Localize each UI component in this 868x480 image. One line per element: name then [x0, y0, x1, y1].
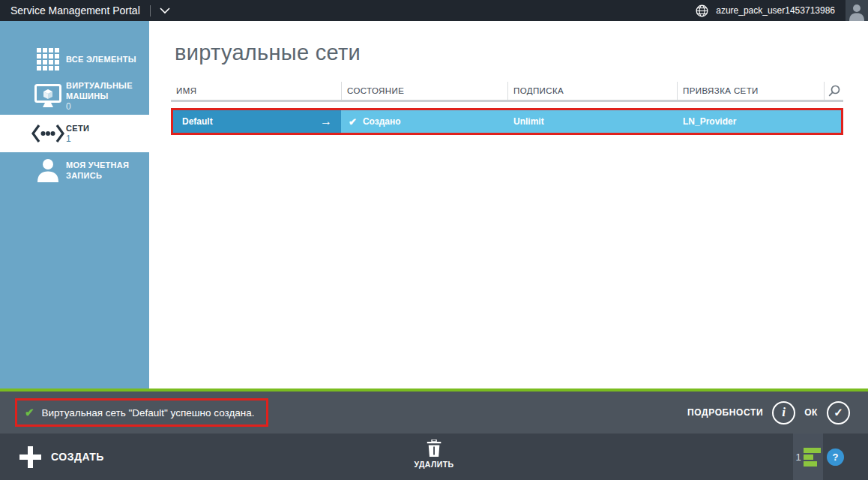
sidebar: ВСЕ ЭЛЕМЕНТЫ ВИРТУАЛЬНЫЕ МАШИНЫ 0	[0, 21, 149, 388]
sidebar-item-label: ВСЕ ЭЛЕМЕНТЫ	[66, 54, 136, 64]
notification-actions: ПОДРОБНОСТИ i ОК ✓	[687, 401, 850, 424]
success-check-icon: ✔	[25, 406, 34, 419]
portal-menu-chevron-icon[interactable]	[159, 7, 171, 14]
command-bar: СОЗДАТЬ УДАЛИТЬ 1 ?	[0, 434, 868, 480]
page-title: виртуальные сети	[175, 40, 361, 65]
column-header-subscription[interactable]: ПОДПИСКА	[507, 82, 677, 100]
cell-state: ✔ Создано	[341, 110, 507, 133]
table-header-row: ИМЯ СОСТОЯНИЕ ПОДПИСКА ПРИВЯЗКА СЕТИ	[171, 82, 843, 102]
column-header-state[interactable]: СОСТОЯНИЕ	[341, 82, 507, 100]
username[interactable]: azure_pack_user1453713986	[716, 5, 835, 16]
title-divider	[150, 5, 151, 16]
networks-table: ИМЯ СОСТОЯНИЕ ПОДПИСКА ПРИВЯЗКА СЕТИ Def…	[171, 82, 843, 135]
search-icon	[828, 85, 840, 97]
help-icon: ?	[833, 452, 839, 463]
column-header-name[interactable]: ИМЯ	[171, 82, 341, 100]
notification-message: Виртуальная сеть "Default" успешно созда…	[42, 407, 255, 418]
create-label: СОЗДАТЬ	[51, 451, 104, 463]
app-title: Service Management Portal	[0, 4, 140, 16]
sidebar-item-virtual-machines[interactable]: ВИРТУАЛЬНЫЕ МАШИНЫ 0	[0, 77, 149, 115]
cell-subscription: Unlimit	[507, 110, 677, 133]
sidebar-item-networks[interactable]: СЕТИ 1	[0, 115, 149, 152]
plus-icon	[19, 446, 41, 468]
sidebar-item-label: МОЯ УЧЕТНАЯ ЗАПИСЬ	[66, 160, 149, 181]
notification-annotation-highlight: ✔ Виртуальная сеть "Default" успешно соз…	[15, 398, 268, 427]
sidebar-item-count: 0	[66, 101, 149, 112]
sidebar-item-all-items[interactable]: ВСЕ ЭЛЕМЕНТЫ	[0, 41, 149, 77]
service-management-portal: Service Management Portal azure_pack_use…	[0, 0, 868, 480]
globe-icon[interactable]	[696, 4, 708, 17]
state-check-icon: ✔	[349, 116, 357, 128]
person-icon	[849, 3, 865, 21]
create-button[interactable]: СОЗДАТЬ	[19, 434, 104, 480]
table-row[interactable]: Default → ✔ Создано Unlimit LN_Provider	[173, 110, 841, 133]
delete-button[interactable]: УДАЛИТЬ	[415, 440, 454, 469]
selection-count: 1	[795, 452, 801, 463]
sidebar-item-my-account[interactable]: МОЯ УЧЕТНАЯ ЗАПИСЬ	[0, 152, 149, 188]
sidebar-item-count: 1	[66, 134, 89, 144]
delete-label: УДАЛИТЬ	[415, 460, 454, 469]
row-annotation-highlight: Default → ✔ Создано Unlimit LN_Provider	[171, 108, 843, 135]
sidebar-item-label: ВИРТУАЛЬНЫЕ МАШИНЫ	[66, 80, 149, 101]
help-button[interactable]: ?	[827, 448, 844, 466]
cell-name[interactable]: Default →	[173, 110, 341, 133]
ok-check-icon: ✓	[834, 406, 843, 419]
cell-network-binding: LN_Provider	[677, 110, 841, 133]
column-header-network-binding[interactable]: ПРИВЯЗКА СЕТИ	[677, 82, 824, 100]
selection-panel[interactable]: 1	[793, 434, 823, 480]
top-bar: Service Management Portal azure_pack_use…	[0, 0, 868, 21]
sidebar-item-label: СЕТИ	[66, 123, 89, 134]
details-info-button[interactable]: i	[772, 401, 795, 424]
row-arrow-icon[interactable]: →	[320, 115, 332, 128]
network-icon	[30, 124, 66, 143]
grid-icon	[30, 48, 66, 71]
search-button[interactable]	[824, 82, 843, 100]
avatar[interactable]	[846, 0, 868, 21]
details-label[interactable]: ПОДРОБНОСТИ	[687, 407, 763, 418]
virtual-machine-icon	[30, 84, 66, 109]
account-icon	[30, 158, 66, 182]
ok-label[interactable]: ОК	[804, 407, 818, 418]
info-icon: i	[782, 405, 786, 420]
selection-list-icon	[804, 448, 821, 466]
main-content: виртуальные сети ИМЯ СОСТОЯНИЕ ПОДПИСКА …	[149, 21, 868, 388]
ok-button[interactable]: ✓	[827, 401, 850, 424]
trash-icon	[427, 440, 441, 457]
notification-bar: ✔ Виртуальная сеть "Default" успешно соз…	[0, 392, 868, 434]
